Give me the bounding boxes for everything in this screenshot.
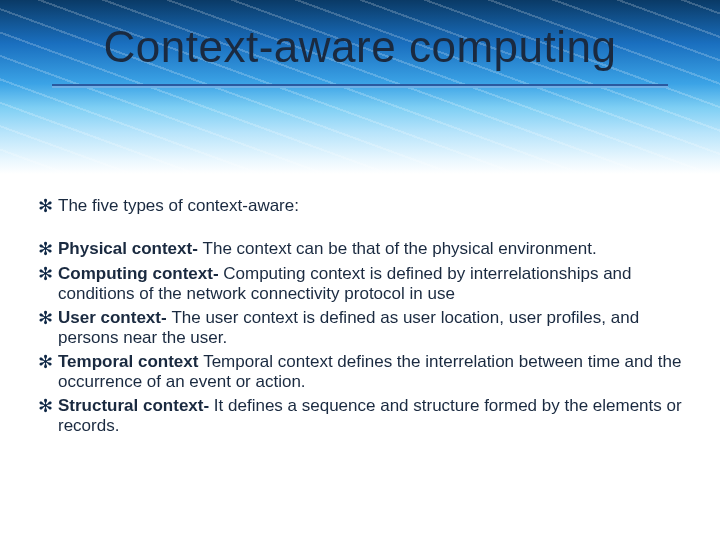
list-item: ✻ Computing context- Computing context i… [38,264,688,304]
list-item-label: Computing context- [58,264,223,283]
list-item-text: Structural context- It defines a sequenc… [58,396,688,436]
list-item-text: Computing context- Computing context is … [58,264,688,304]
bullet-icon: ✻ [38,239,58,260]
intro-text: The five types of context-aware: [58,196,688,216]
list-item-label: User context- [58,308,171,327]
bullet-icon: ✻ [38,396,58,417]
title-underline [52,84,668,88]
list-item-label: Structural context- [58,396,214,415]
list-item: ✻ Structural context- It defines a seque… [38,396,688,436]
bullet-icon: ✻ [38,264,58,285]
list-item: ✻ User context- The user context is defi… [38,308,688,348]
list-item-text: Physical context- The context can be tha… [58,239,688,259]
list-item: ✻ Physical context- The context can be t… [38,239,688,260]
list-item-desc: The context can be that of the physical … [203,239,597,258]
list-item: ✻ Temporal context Temporal context defi… [38,352,688,392]
bullet-icon: ✻ [38,308,58,329]
list-item-label: Physical context- [58,239,203,258]
bullet-icon: ✻ [38,196,58,217]
list-item-text: User context- The user context is define… [58,308,688,348]
body-content: ✻ The five types of context-aware: ✻ Phy… [38,196,688,440]
list-item-label: Temporal context [58,352,203,371]
list-item-text: Temporal context Temporal context define… [58,352,688,392]
bullet-icon: ✻ [38,352,58,373]
slide-title: Context-aware computing [0,22,720,72]
intro-row: ✻ The five types of context-aware: [38,196,688,217]
slide: Context-aware computing ✻ The five types… [0,0,720,540]
